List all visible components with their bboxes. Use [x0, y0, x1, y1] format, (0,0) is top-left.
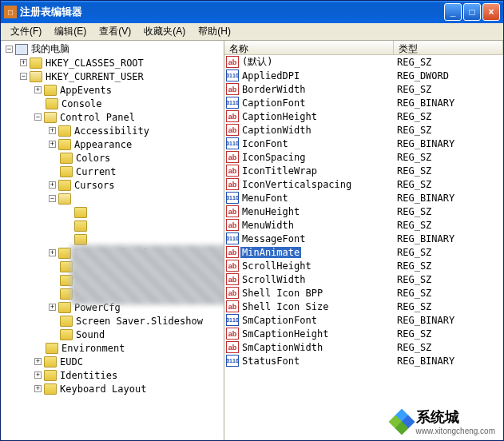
- tree-node[interactable]: −我的电脑: [1, 42, 224, 56]
- tree-node-label: Environment: [60, 343, 126, 354]
- list-item[interactable]: abIconVerticalspacingREG_SZ: [224, 177, 503, 191]
- content: −我的电脑+HKEY_CLASSES_ROOT−HKEY_CURRENT_USE…: [1, 41, 503, 440]
- tree-node-label: Identities: [58, 370, 119, 381]
- registry-tree: −我的电脑+HKEY_CLASSES_ROOT−HKEY_CURRENT_USE…: [1, 41, 224, 397]
- titlebar[interactable]: □ 注册表编辑器 _ □ ×: [1, 1, 503, 23]
- close-button[interactable]: ×: [482, 3, 500, 21]
- minimize-button[interactable]: _: [444, 3, 462, 21]
- list-item[interactable]: 0110StatusFontREG_BINARY: [224, 354, 503, 368]
- list-item[interactable]: abCaptionHeightREG_SZ: [224, 109, 503, 123]
- list-item[interactable]: 0110CaptionFontREG_BINARY: [224, 96, 503, 109]
- value-name: IconVerticalspacing: [240, 179, 353, 190]
- expand-icon[interactable]: +: [34, 385, 42, 392]
- tree-node[interactable]: −HKEY_CURRENT_USER: [1, 70, 224, 83]
- tree-node[interactable]: [1, 205, 224, 219]
- expand-icon[interactable]: +: [20, 59, 27, 66]
- tree-node[interactable]: Console: [1, 97, 224, 110]
- tree-node[interactable]: Screen Saver.Slideshow: [1, 314, 224, 328]
- tree-node-label: Control Panel: [58, 112, 137, 123]
- folder-open-icon: [44, 112, 57, 123]
- list-item[interactable]: ab(默认)REG_SZ: [224, 55, 503, 69]
- tree-node[interactable]: +Accessibility: [1, 124, 224, 137]
- collapse-icon[interactable]: −: [49, 195, 56, 202]
- menu-favorites[interactable]: 收藏夹(A): [137, 23, 192, 40]
- tree-node[interactable]: +EUDC: [1, 355, 224, 368]
- menu-view[interactable]: 查看(V): [93, 23, 137, 40]
- column-name[interactable]: 名称: [224, 41, 394, 54]
- list-item[interactable]: 0110MessageFontREG_BINARY: [224, 232, 503, 245]
- tree-node[interactable]: +HKEY_CLASSES_ROOT: [1, 56, 224, 70]
- list-item[interactable]: abScrollHeightREG_SZ: [224, 259, 503, 272]
- tree-node[interactable]: +AppEvents: [1, 83, 224, 97]
- collapse-icon[interactable]: −: [6, 46, 13, 53]
- list-item[interactable]: abBorderWidthREG_SZ: [224, 82, 503, 96]
- list-item[interactable]: abIconTitleWrapREG_SZ: [224, 164, 503, 177]
- value-name: IconTitleWrap: [240, 165, 319, 177]
- expand-icon[interactable]: +: [34, 86, 42, 93]
- tree-node-label: Screen Saver.Slideshow: [74, 316, 204, 327]
- tree-node[interactable]: +Appearance: [1, 137, 224, 151]
- tree-node[interactable]: Current: [1, 165, 224, 178]
- collapse-icon[interactable]: −: [20, 73, 27, 80]
- tree-node[interactable]: Sound: [1, 328, 224, 341]
- list-item[interactable]: abCaptionWidthREG_SZ: [224, 123, 503, 137]
- folder-closed-icon: [44, 85, 57, 96]
- tree-node[interactable]: +Keyboard Layout: [1, 382, 224, 395]
- list-item[interactable]: abShell Icon SizeREG_SZ: [224, 300, 503, 313]
- folder-closed-icon: [74, 207, 87, 218]
- list-item[interactable]: 0110IconFontREG_BINARY: [224, 137, 503, 150]
- list-item[interactable]: abShell Icon BPPREG_SZ: [224, 286, 503, 300]
- expand-icon[interactable]: +: [34, 371, 42, 379]
- value-name: MenuWidth: [240, 220, 296, 231]
- list-item[interactable]: 0110SmCaptionFontREG_BINARY: [224, 313, 503, 327]
- expand-icon[interactable]: +: [49, 141, 56, 148]
- value-name: MenuFont: [240, 193, 290, 204]
- list-item[interactable]: abScrollWidthREG_SZ: [224, 272, 503, 286]
- menu-file[interactable]: 文件(F): [4, 23, 48, 40]
- value-type: REG_SZ: [394, 247, 503, 258]
- list-item[interactable]: abMenuHeightREG_SZ: [224, 205, 503, 218]
- expand-icon[interactable]: +: [49, 181, 56, 189]
- menu-help[interactable]: 帮助(H): [192, 23, 237, 40]
- tree-node[interactable]: [1, 219, 224, 232]
- value-name: CaptionHeight: [240, 111, 319, 122]
- binary-value-icon: 0110: [226, 314, 239, 326]
- tree-node[interactable]: Colors: [1, 151, 224, 165]
- value-name: SmCaptionWidth: [240, 342, 324, 353]
- tree-node[interactable]: −Control Panel: [1, 110, 224, 124]
- string-value-icon: ab: [226, 124, 239, 136]
- list-pane[interactable]: 名称 类型 ab(默认)REG_SZ0110AppliedDPIREG_DWOR…: [224, 41, 503, 440]
- folder-closed-icon: [58, 248, 71, 259]
- list-header: 名称 类型: [224, 41, 503, 55]
- tree-node-label: HKEY_CLASSES_ROOT: [44, 58, 145, 69]
- collapse-icon[interactable]: −: [34, 113, 42, 121]
- computer-icon: [15, 44, 28, 55]
- tree-node-label: AppEvents: [58, 85, 113, 96]
- tree-node[interactable]: +Cursors: [1, 178, 224, 192]
- list-item[interactable]: abMenuWidthREG_SZ: [224, 218, 503, 232]
- expand-icon[interactable]: +: [49, 249, 56, 256]
- tree-node[interactable]: [1, 232, 224, 246]
- tree-node[interactable]: −: [1, 192, 224, 205]
- list-item[interactable]: 0110AppliedDPIREG_DWORD: [224, 69, 503, 82]
- expand-icon[interactable]: +: [34, 358, 42, 365]
- expand-icon[interactable]: +: [49, 304, 56, 311]
- tree-node[interactable]: Environment: [1, 341, 224, 355]
- tree-node-label: HKEY_CURRENT_USER: [44, 71, 145, 82]
- column-type[interactable]: 类型: [394, 41, 503, 54]
- list-item[interactable]: abSmCaptionHeightREG_SZ: [224, 327, 503, 340]
- value-type: REG_SZ: [394, 84, 503, 95]
- list-item[interactable]: abIconSpacingREG_SZ: [224, 150, 503, 164]
- list-item[interactable]: abSmCaptionWidthREG_SZ: [224, 340, 503, 354]
- list-item[interactable]: 0110MenuFontREG_BINARY: [224, 191, 503, 205]
- folder-closed-icon: [60, 316, 73, 327]
- tree-pane[interactable]: −我的电脑+HKEY_CLASSES_ROOT−HKEY_CURRENT_USE…: [1, 41, 224, 440]
- value-type: REG_BINARY: [394, 193, 503, 204]
- maximize-button[interactable]: □: [463, 3, 481, 21]
- tree-node[interactable]: +Identities: [1, 368, 224, 382]
- expand-icon[interactable]: +: [49, 127, 56, 134]
- list-item[interactable]: abMinAnimateREG_SZ: [224, 245, 503, 259]
- menu-edit[interactable]: 编辑(E): [48, 23, 93, 40]
- tree-node-label: Sound: [74, 329, 106, 340]
- value-name: AppliedDPI: [240, 70, 301, 81]
